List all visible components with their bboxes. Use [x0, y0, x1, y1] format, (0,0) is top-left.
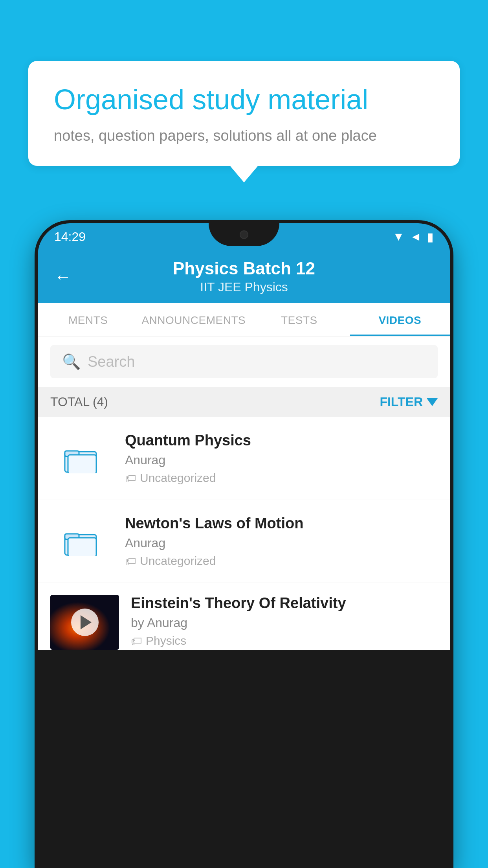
tag-icon: 🏷 — [125, 555, 136, 568]
header-subtitle: IIT JEE Physics — [83, 280, 405, 294]
video-title: Quantum Physics — [125, 432, 438, 449]
speech-bubble-container: Organised study material notes, question… — [28, 61, 460, 166]
folder-icon — [50, 518, 113, 565]
video-title: Einstein's Theory Of Relativity — [131, 595, 438, 612]
video-tag: 🏷 Uncategorized — [125, 554, 438, 568]
tab-videos[interactable]: VIDEOS — [350, 303, 450, 336]
notch — [209, 223, 279, 246]
status-time: 14:29 — [54, 230, 86, 244]
speech-bubble: Organised study material notes, question… — [28, 61, 460, 166]
filter-icon — [427, 398, 438, 406]
video-info: Quantum Physics Anurag 🏷 Uncategorized — [125, 432, 438, 485]
back-button[interactable]: ← — [54, 267, 72, 287]
list-item[interactable]: Einstein's Theory Of Relativity by Anura… — [38, 583, 450, 650]
phone-inner: 14:29 ▼ ◄ ▮ ← Physics Batch 12 IIT JEE P… — [38, 223, 450, 865]
filter-button[interactable]: FILTER — [380, 395, 438, 409]
video-title: Newton's Laws of Motion — [125, 515, 438, 532]
video-info: Newton's Laws of Motion Anurag 🏷 Uncateg… — [125, 515, 438, 568]
video-author: by Anurag — [131, 616, 438, 630]
headline: Organised study material — [54, 83, 434, 116]
filter-bar: TOTAL (4) FILTER — [38, 387, 450, 417]
video-tag: 🏷 Physics — [131, 634, 438, 647]
video-author: Anurag — [125, 536, 438, 550]
status-icons: ▼ ◄ ▮ — [393, 230, 434, 244]
total-count: TOTAL (4) — [50, 395, 108, 409]
search-input[interactable]: Search — [88, 353, 135, 370]
battery-icon: ▮ — [427, 230, 434, 244]
folder-icon — [50, 435, 113, 482]
play-button[interactable] — [71, 609, 99, 636]
video-tag: 🏷 Uncategorized — [125, 471, 438, 485]
tag-icon: 🏷 — [125, 472, 136, 485]
video-thumbnail — [50, 595, 119, 650]
list-item[interactable]: Quantum Physics Anurag 🏷 Uncategorized — [38, 417, 450, 500]
video-author: Anurag — [125, 453, 438, 467]
play-icon — [81, 615, 92, 629]
video-info: Einstein's Theory Of Relativity by Anura… — [131, 595, 438, 647]
tag-icon: 🏷 — [131, 634, 142, 647]
video-list: Quantum Physics Anurag 🏷 Uncategorized — [38, 417, 450, 650]
list-item[interactable]: Newton's Laws of Motion Anurag 🏷 Uncateg… — [38, 500, 450, 583]
search-icon: 🔍 — [62, 353, 81, 370]
tab-ments[interactable]: MENTS — [38, 303, 138, 336]
header-text: Physics Batch 12 IIT JEE Physics — [83, 259, 405, 294]
search-container: 🔍 Search — [38, 337, 450, 387]
subtext: notes, question papers, solutions all at… — [54, 127, 434, 144]
signal-icon: ◄ — [410, 230, 422, 243]
wifi-icon: ▼ — [393, 230, 405, 243]
camera-dot — [240, 230, 248, 239]
svg-rect-5 — [68, 538, 96, 556]
header-title: Physics Batch 12 — [83, 259, 405, 278]
app-header: ← Physics Batch 12 IIT JEE Physics — [38, 250, 450, 303]
tabs-bar: MENTS ANNOUNCEMENTS TESTS VIDEOS — [38, 303, 450, 337]
phone-frame: 14:29 ▼ ◄ ▮ ← Physics Batch 12 IIT JEE P… — [35, 220, 453, 868]
tab-announcements[interactable]: ANNOUNCEMENTS — [138, 303, 249, 336]
search-bar[interactable]: 🔍 Search — [50, 345, 438, 378]
status-bar: 14:29 ▼ ◄ ▮ — [38, 223, 450, 250]
tab-tests[interactable]: TESTS — [249, 303, 349, 336]
svg-rect-2 — [68, 455, 96, 473]
